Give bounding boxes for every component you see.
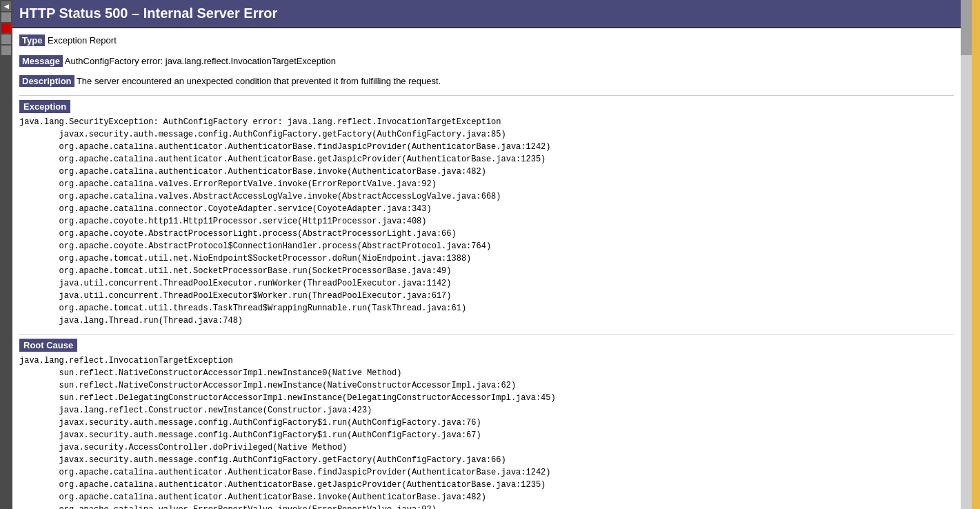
type-value: Exception Report xyxy=(48,35,117,46)
message-label: Message xyxy=(19,55,63,67)
stack-line: org.apache.coyote.AbstractProcessorLight… xyxy=(19,228,954,240)
stack-line: javax.security.auth.message.config.AuthC… xyxy=(19,128,954,141)
left-sidebar: ◀ xyxy=(0,0,12,509)
stack-line: sun.reflect.DelegatingConstructorAccesso… xyxy=(19,392,954,404)
stack-line: org.apache.coyote.http11.Http11Processor… xyxy=(19,215,954,228)
stack-line: java.lang.reflect.InvocationTargetExcept… xyxy=(19,355,954,367)
page-title: HTTP Status 500 – Internal Server Error xyxy=(12,0,961,28)
stack-line: org.apache.catalina.authenticator.Authen… xyxy=(19,141,954,153)
stack-line: java.util.concurrent.ThreadPoolExecutor$… xyxy=(19,290,954,302)
scrollbar[interactable] xyxy=(961,0,972,509)
stack-line: org.apache.catalina.authenticator.Authen… xyxy=(19,491,954,503)
exception-stack-trace: java.lang.SecurityException: AuthConfigF… xyxy=(19,116,954,327)
stack-line: javax.security.auth.message.config.AuthC… xyxy=(19,454,954,466)
description-label: Description xyxy=(19,75,74,87)
stack-line: org.apache.catalina.authenticator.Authen… xyxy=(19,166,954,178)
stack-line: org.apache.tomcat.util.threads.TaskThrea… xyxy=(19,302,954,315)
stack-line: org.apache.catalina.connector.CoyoteAdap… xyxy=(19,203,954,215)
stack-line: java.lang.Thread.run(Thread.java:748) xyxy=(19,315,954,327)
message-section: Message AuthConfigFactory error: java.la… xyxy=(19,54,954,68)
right-edge-bar xyxy=(972,0,980,509)
divider-1 xyxy=(19,95,954,96)
stack-line: java.util.concurrent.ThreadPoolExecutor.… xyxy=(19,277,954,290)
stack-line: org.apache.tomcat.util.net.NioEndpoint$S… xyxy=(19,252,954,265)
stack-line: java.lang.reflect.Constructor.newInstanc… xyxy=(19,404,954,417)
message-value: AuthConfigFactory error: java.lang.refle… xyxy=(65,56,336,66)
exception-label: Exception xyxy=(19,100,70,113)
stack-line: sun.reflect.NativeConstructorAccessorImp… xyxy=(19,379,954,392)
stack-line: java.lang.SecurityException: AuthConfigF… xyxy=(19,116,954,128)
root-cause-stack-trace: java.lang.reflect.InvocationTargetExcept… xyxy=(19,355,954,510)
stack-line: org.apache.catalina.valves.AbstractAcces… xyxy=(19,190,954,203)
main-content: HTTP Status 500 – Internal Server Error … xyxy=(12,0,961,509)
divider-2 xyxy=(19,334,954,335)
stack-line: org.apache.coyote.AbstractProtocol$Conne… xyxy=(19,240,954,252)
description-section: Description The server encountered an un… xyxy=(19,74,954,88)
stack-line: javax.security.auth.message.config.AuthC… xyxy=(19,429,954,441)
sidebar-indicator-3 xyxy=(1,46,11,55)
stack-line: org.apache.catalina.authenticator.Authen… xyxy=(19,153,954,166)
stack-line: sun.reflect.NativeConstructorAccessorImp… xyxy=(19,367,954,379)
stack-line: java.security.AccessController.doPrivile… xyxy=(19,441,954,454)
stack-line: org.apache.catalina.valves.ErrorReportVa… xyxy=(19,503,954,510)
stack-line: org.apache.catalina.authenticator.Authen… xyxy=(19,466,954,479)
stack-line: org.apache.tomcat.util.net.SocketProcess… xyxy=(19,265,954,277)
title-text: HTTP Status 500 – Internal Server Error xyxy=(19,6,277,21)
root-cause-label: Root Cause xyxy=(19,339,77,352)
sidebar-indicator-red xyxy=(1,23,11,33)
sidebar-btn-1[interactable]: ◀ xyxy=(1,1,11,11)
stack-line: org.apache.catalina.valves.ErrorReportVa… xyxy=(19,178,954,190)
stack-line: org.apache.catalina.authenticator.Authen… xyxy=(19,479,954,491)
type-section: Type Exception Report xyxy=(19,34,954,48)
scrollbar-thumb[interactable] xyxy=(961,0,972,55)
description-value: The server encountered an unexpected con… xyxy=(77,76,441,86)
sidebar-indicator-2 xyxy=(1,34,11,44)
sidebar-indicator xyxy=(1,12,11,22)
stack-line: javax.security.auth.message.config.AuthC… xyxy=(19,417,954,429)
type-label: Type xyxy=(19,34,45,46)
exception-section: Exception java.lang.SecurityException: A… xyxy=(19,100,954,327)
root-cause-section: Root Cause java.lang.reflect.InvocationT… xyxy=(19,339,954,510)
